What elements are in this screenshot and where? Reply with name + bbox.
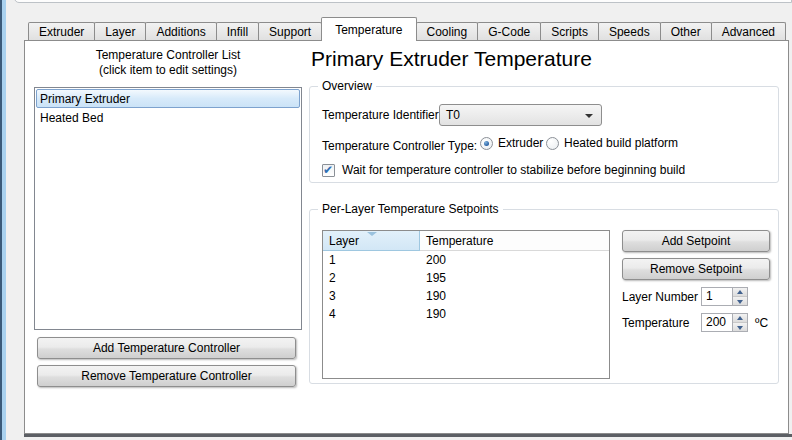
controller-type-label: Temperature Controller Type:: [322, 139, 477, 153]
tab-temperature[interactable]: Temperature: [321, 17, 416, 41]
setpoints-table: Layer Temperature 1 200 2 195 3 190: [322, 230, 610, 379]
tab-other[interactable]: Other: [660, 22, 712, 40]
add-setpoint-button[interactable]: Add Setpoint: [622, 230, 770, 252]
layer-number-label: Layer Number: [622, 290, 698, 304]
cell-temperature: 190: [420, 289, 609, 303]
stepper-buttons: [732, 314, 747, 331]
process-settings-window: Extruder Layer Additions Infill Support …: [0, 0, 792, 440]
cell-layer: 4: [323, 307, 420, 321]
settings-tab-bar: Extruder Layer Additions Infill Support …: [29, 17, 786, 40]
radio-heated-platform-label: Heated build platform: [564, 136, 678, 150]
add-temperature-controller-button[interactable]: Add Temperature Controller: [37, 337, 296, 359]
overview-legend: Overview: [318, 79, 376, 93]
setpoints-table-header: Layer Temperature: [323, 231, 609, 251]
stepper-down-icon[interactable]: [733, 323, 747, 331]
column-header-layer[interactable]: Layer: [323, 231, 420, 251]
cell-temperature: 200: [420, 253, 609, 267]
temperature-value-label: Temperature: [622, 316, 689, 330]
temperature-controller-list: Primary Extruder Heated Bed: [34, 87, 302, 330]
controller-list-subtitle: (click item to edit settings): [34, 63, 302, 77]
table-row[interactable]: 3 190: [323, 287, 609, 305]
temperature-stepper[interactable]: 200: [701, 313, 748, 332]
radio-extruder-label: Extruder: [498, 136, 543, 150]
layer-number-stepper[interactable]: 1: [701, 287, 748, 306]
tab-support[interactable]: Support: [258, 22, 322, 40]
remove-setpoint-button[interactable]: Remove Setpoint: [622, 258, 770, 280]
radio-unchecked-icon: [546, 137, 559, 150]
window-edge-blue: [2, 0, 6, 440]
table-row[interactable]: 4 190: [323, 305, 609, 323]
layer-number-value[interactable]: 1: [702, 288, 732, 305]
layer-column-label: Layer: [329, 234, 359, 248]
cell-temperature: 195: [420, 271, 609, 285]
temperature-column-label: Temperature: [426, 234, 493, 248]
temperature-unit-label: ºC: [755, 316, 768, 330]
wait-stabilize-checkbox-row[interactable]: Wait for temperature controller to stabi…: [322, 163, 685, 177]
stepper-up-icon[interactable]: [733, 314, 747, 323]
stepper-up-icon[interactable]: [733, 288, 747, 297]
radio-option-heated-build-platform[interactable]: Heated build platform: [546, 136, 678, 150]
list-item-primary-extruder[interactable]: Primary Extruder: [36, 89, 300, 108]
tab-scripts[interactable]: Scripts: [540, 22, 599, 40]
checkbox-checked-icon: [322, 164, 335, 177]
top-cutoff-panel: [14, 0, 792, 3]
column-header-temperature[interactable]: Temperature: [420, 231, 609, 251]
tab-layer[interactable]: Layer: [94, 22, 146, 40]
cell-layer: 1: [323, 253, 420, 267]
tab-cooling[interactable]: Cooling: [416, 22, 479, 40]
radio-option-extruder[interactable]: Extruder: [480, 136, 543, 150]
page-title: Primary Extruder Temperature: [311, 47, 592, 71]
window-bottom-edge: [24, 434, 792, 437]
temperature-identifier-label: Temperature Identifier: [322, 108, 439, 122]
tab-gcode[interactable]: G-Code: [477, 22, 541, 40]
temperature-identifier-value: T0: [446, 108, 460, 122]
chevron-down-icon: [585, 114, 593, 118]
radio-checked-icon: [480, 137, 493, 150]
tab-advanced[interactable]: Advanced: [711, 22, 786, 40]
setpoints-legend: Per-Layer Temperature Setpoints: [318, 202, 503, 216]
cell-layer: 2: [323, 271, 420, 285]
stepper-buttons: [732, 288, 747, 305]
stepper-down-icon[interactable]: [733, 297, 747, 305]
remove-temperature-controller-button[interactable]: Remove Temperature Controller: [37, 365, 296, 387]
controller-list-title: Temperature Controller List: [34, 48, 302, 62]
tab-extruder[interactable]: Extruder: [28, 22, 95, 40]
temperature-value[interactable]: 200: [702, 314, 732, 331]
sort-indicator-icon: [367, 232, 377, 236]
overview-groupbox: Overview Temperature Identifier T0 Tempe…: [309, 86, 779, 183]
tab-infill[interactable]: Infill: [216, 22, 259, 40]
temperature-tab-panel: Temperature Controller List (click item …: [24, 40, 789, 434]
table-row[interactable]: 2 195: [323, 269, 609, 287]
cell-layer: 3: [323, 289, 420, 303]
table-row[interactable]: 1 200: [323, 251, 609, 269]
list-item-heated-bed[interactable]: Heated Bed: [36, 108, 300, 127]
wait-stabilize-label: Wait for temperature controller to stabi…: [342, 163, 685, 177]
tab-additions[interactable]: Additions: [145, 22, 216, 40]
temperature-identifier-dropdown[interactable]: T0: [439, 104, 602, 126]
cell-temperature: 190: [420, 307, 609, 321]
setpoints-groupbox: Per-Layer Temperature Setpoints Layer Te…: [309, 209, 779, 384]
tab-speeds[interactable]: Speeds: [598, 22, 661, 40]
